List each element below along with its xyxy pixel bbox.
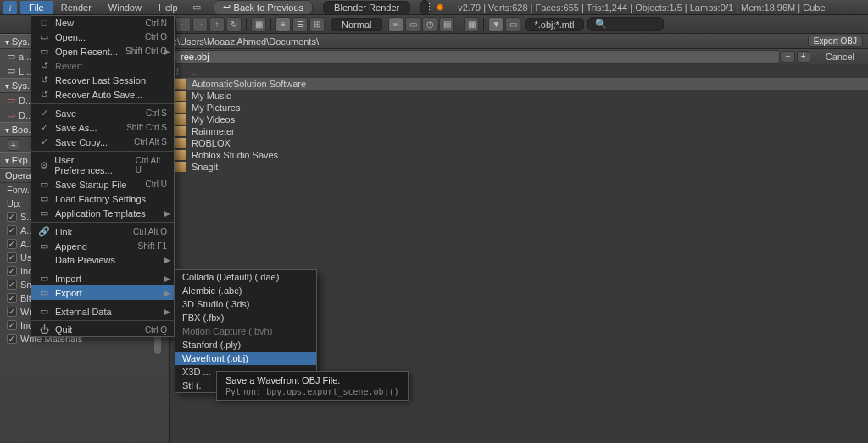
file-menu-item[interactable]: ⚙User Preferences...Ctrl Alt U [31,153,174,177]
folder-row[interactable]: Roblox Studio Saves [170,149,868,161]
export-menu-item[interactable]: Motion Capture (.bvh) [175,324,316,338]
sort-time-icon[interactable]: ◷ [422,17,437,32]
nav-refresh-icon[interactable]: ↻ [226,17,242,32]
shortcut-label: Ctrl Q [145,325,167,335]
file-menu-item[interactable]: ▭Open Recent...Shift Ctrl O▶ [31,44,174,58]
folder-row[interactable]: My Music [170,90,868,102]
folder-row[interactable]: My Videos [170,114,868,125]
file-menu-item[interactable]: ⏻QuitCtrl Q [31,323,174,336]
export-menu-item[interactable]: 3D Studio (.3ds) [175,297,316,311]
checkbox-icon[interactable] [7,334,17,344]
checkbox-icon[interactable] [7,320,17,330]
menu-item-label: Import [55,274,81,284]
display-mode-select[interactable]: Normal [331,18,382,31]
checkbox-icon[interactable] [7,293,17,303]
file-menu-item[interactable]: ▭Open...Ctrl O [31,30,174,44]
export-button[interactable]: Export OBJ [808,36,863,47]
menu-bar: FileRenderWindowHelp [20,1,186,14]
checkbox-icon[interactable] [7,252,17,263]
file-menu-item[interactable]: ↺Recover Last Session [31,73,174,87]
list-short-icon[interactable]: ≡ [275,17,291,32]
file-menu-item[interactable]: ▭Save Startup FileCtrl U [31,177,174,191]
menu-help[interactable]: Help [150,1,186,14]
file-menu-item[interactable]: ▭Import▶ [31,271,174,285]
filter-folder-icon[interactable]: ▭ [505,17,520,32]
folder-row[interactable]: Rainmeter [170,125,868,137]
checkbox-icon[interactable] [7,266,17,276]
folder-row[interactable]: ROBLOX [170,137,868,149]
menu-file[interactable]: File [20,1,53,14]
sort-alpha-icon[interactable]: aᶻ [388,17,403,32]
search-input[interactable]: 🔍 [587,17,664,31]
path-input[interactable] [175,36,804,47]
list-long-icon[interactable]: ☰ [292,17,308,32]
file-menu-item[interactable]: ↺Recover Auto Save... [31,87,174,102]
file-menu-item[interactable]: ▭Load Factory Settings [31,191,174,206]
folder-row[interactable]: AutomaticSolution Software [170,78,868,90]
thumb-icon[interactable]: ⊞ [309,17,325,32]
menu-window[interactable]: Window [100,1,150,14]
show-hidden-icon[interactable]: ▦ [464,17,479,32]
file-label: My Pictures [192,102,240,113]
scene-select[interactable]: ⋮ [420,0,429,14]
decrement-button[interactable]: − [782,51,795,63]
menu-item-label: Stanford (.ply) [182,340,241,350]
nav-back-icon[interactable]: ← [175,17,191,32]
menu-item-label: User Preferences... [54,155,131,175]
increment-button[interactable]: + [797,51,810,63]
file-menu-item[interactable]: ✓SaveCtrl S [31,106,174,120]
folder-row[interactable]: My Pictures [170,102,868,114]
nav-up-icon[interactable]: ↑ [209,17,225,32]
back-label: Back to Previous [234,3,304,13]
checkbox-icon[interactable] [7,212,17,222]
export-menu-item[interactable]: FBX (.fbx) [175,311,316,324]
menu-item-icon: ▭ [38,273,50,284]
checkbox-icon[interactable] [7,225,17,235]
file-label: .. [192,67,197,77]
filter-glob-field[interactable]: *.obj;*.mtl [525,18,583,31]
file-menu-item[interactable]: ▭AppendShift F1 [31,239,174,253]
menu-item-label: Application Templates [55,208,146,219]
file-menu-item[interactable]: Data Previews▶ [31,253,174,267]
submenu-arrow-icon: ▶ [164,47,170,56]
file-menu-item[interactable]: ↺Revert [31,58,174,73]
sort-size-icon[interactable]: ▤ [439,17,454,32]
checkbox-icon[interactable] [7,307,17,317]
file-menu-item[interactable]: ✓Save As...Shift Ctrl S [31,120,174,135]
screen-layout-icon[interactable]: ▭ [190,1,203,14]
sort-ext-icon[interactable]: ▭ [405,17,420,32]
shortcut-label: Ctrl Alt U [136,156,167,174]
blender-icon[interactable]: i [3,1,17,14]
export-menu-item[interactable]: Stanford (.ply) [175,338,316,352]
file-menu-item[interactable]: ✓Save Copy...Ctrl Alt S [31,135,174,149]
folder-row[interactable]: Snagit [170,161,868,173]
menu-item-icon: ↺ [38,75,50,86]
file-menu-item[interactable]: ▭Application Templates▶ [31,206,174,220]
file-menu-item[interactable]: 🔗LinkCtrl Alt O [31,224,174,239]
parent-dir-row[interactable]: ⤴.. [170,66,868,78]
new-dir-icon[interactable]: ▦ [251,17,266,32]
export-menu-item[interactable]: Collada (Default) (.dae) [175,270,316,284]
menu-item-label: Export [55,288,82,298]
menu-item-label: Stl (. [182,380,202,390]
back-to-previous-button[interactable]: ↩Back to Previous [214,0,314,14]
top-bar: i FileRenderWindowHelp ▭ ↩Back to Previo… [0,0,868,15]
menu-item-label: Collada (Default) (.dae) [182,272,279,282]
shortcut-label: Ctrl Alt S [134,137,167,147]
folder-icon [175,126,186,136]
file-menu-item[interactable]: □NewCtrl N [31,16,174,30]
menu-item-label: X3D ... [182,367,211,377]
export-menu-item[interactable]: Alembic (.abc) [175,284,316,297]
file-menu-item[interactable]: ▭External Data▶ [31,304,174,318]
cancel-button[interactable]: Cancel [817,52,863,62]
export-menu-item[interactable]: Wavefront (.obj) [175,352,316,365]
render-engine-select[interactable]: Blender Render [323,1,410,14]
file-menu-item[interactable]: ▭Export▶ [31,285,174,300]
checkbox-icon[interactable] [7,239,17,249]
menu-render[interactable]: Render [53,1,100,14]
menu-item-label: Alembic (.abc) [182,285,242,296]
filter-toggle-icon[interactable]: ▼ [488,17,504,32]
filename-input[interactable]: ree.obj [175,50,780,64]
checkbox-icon[interactable] [7,280,17,290]
nav-fwd-icon[interactable]: → [192,17,208,32]
